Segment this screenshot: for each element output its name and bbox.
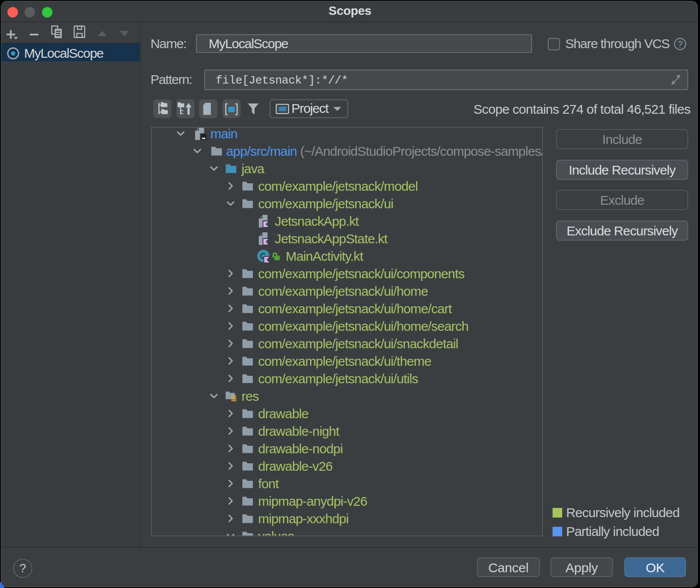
svg-text:?: ?: [678, 39, 682, 49]
